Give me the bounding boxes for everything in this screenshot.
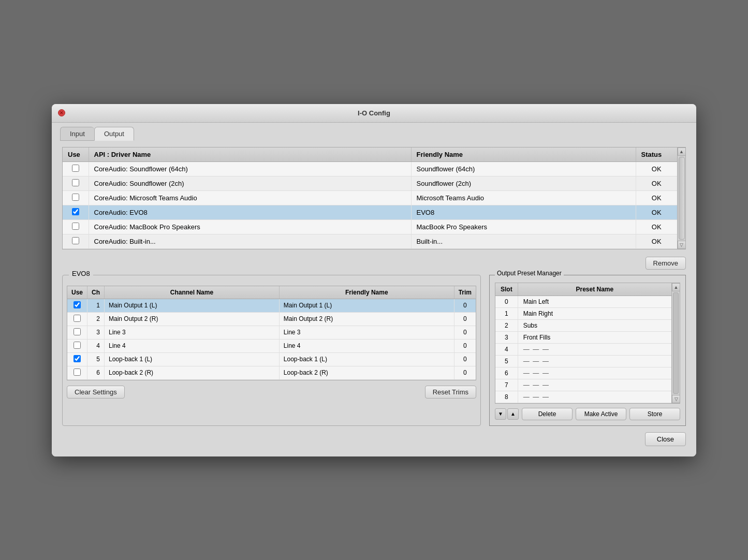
device-scrollbar[interactable]: ▲ ▽ (677, 148, 685, 249)
main-window: ✕ I-O Config Input Output Use API : Driv… (52, 104, 696, 456)
ch-num-cell: 2 (87, 312, 105, 326)
preset-name-cell: — — — (518, 367, 671, 379)
scroll-thumb[interactable] (679, 157, 685, 240)
ch-use-cell[interactable] (67, 326, 87, 339)
preset-table-row[interactable]: 5 — — — (495, 355, 671, 367)
preset-table-wrapper: Slot Preset Name 0 Main Left 1 Main Righ… (495, 283, 680, 404)
tab-input[interactable]: Input (60, 127, 94, 141)
preset-col-name: Preset Name (518, 283, 671, 296)
device-use-cell[interactable] (63, 219, 89, 234)
reset-trims-button[interactable]: Reset Trims (425, 386, 476, 399)
store-button[interactable]: Store (629, 408, 680, 420)
tab-output[interactable]: Output (94, 127, 134, 141)
ch-use-cell[interactable] (67, 366, 87, 379)
preset-name-cell: — — — (518, 343, 671, 355)
device-checkbox[interactable] (72, 165, 79, 172)
ch-friendly-cell: Main Output 1 (L) (279, 299, 454, 312)
channel-table-row[interactable]: 1 Main Output 1 (L) Main Output 1 (L) 0 (67, 299, 476, 312)
ch-checkbox[interactable] (74, 301, 81, 308)
preset-footer: ▼ ▲ Delete Make Active Store (495, 408, 680, 420)
ch-use-cell[interactable] (67, 352, 87, 366)
preset-slot-cell: 6 (495, 367, 518, 379)
ch-trim-cell: 0 (454, 366, 476, 379)
ch-friendly-cell: Main Output 2 (R) (279, 312, 454, 326)
device-checkbox[interactable] (72, 179, 79, 186)
preset-scroll-down[interactable]: ▽ (672, 395, 680, 403)
device-driver-cell: CoreAudio: MacBook Pro Speakers (89, 219, 411, 234)
ch-checkbox[interactable] (74, 328, 81, 335)
ch-name-cell: Line 4 (105, 339, 280, 352)
preset-table-row[interactable]: 2 Subs (495, 319, 671, 331)
device-checkbox[interactable] (72, 194, 79, 201)
device-table-row[interactable]: CoreAudio: Microsoft Teams Audio Microso… (63, 190, 677, 205)
ch-use-cell[interactable] (67, 312, 87, 326)
preset-name-cell: — — — (518, 391, 671, 403)
preset-scroll-thumb[interactable] (673, 292, 679, 394)
main-content: Use API : Driver Name Friendly Name Stat… (52, 141, 696, 456)
device-table-row[interactable]: CoreAudio: Built-in... Built-in... OK (63, 234, 677, 248)
preset-up-arrow[interactable]: ▲ (507, 408, 519, 420)
preset-table-row[interactable]: 0 Main Left (495, 296, 671, 307)
scroll-up-arrow[interactable]: ▲ (678, 148, 686, 156)
preset-name-cell: — — — (518, 379, 671, 391)
col-header-friendly: Friendly Name (411, 148, 636, 162)
remove-row: Remove (62, 257, 686, 270)
preset-table-row[interactable]: 8 — — — (495, 391, 671, 403)
preset-down-arrow[interactable]: ▼ (495, 408, 506, 420)
preset-scroll-up[interactable]: ▲ (672, 283, 680, 291)
remove-button[interactable]: Remove (646, 257, 686, 270)
ch-checkbox[interactable] (74, 369, 81, 376)
preset-table-row[interactable]: 3 Front Fills (495, 331, 671, 343)
ch-num-cell: 3 (87, 326, 105, 339)
clear-settings-button[interactable]: Clear Settings (67, 386, 125, 399)
preset-table-row[interactable]: 6 — — — (495, 367, 671, 379)
preset-table-row[interactable]: 4 — — — (495, 343, 671, 355)
device-driver-cell: CoreAudio: Soundflower (2ch) (89, 176, 411, 190)
channel-table-row[interactable]: 5 Loop-back 1 (L) Loop-back 1 (L) 0 (67, 352, 476, 366)
device-driver-cell: CoreAudio: Microsoft Teams Audio (89, 190, 411, 205)
ch-use-cell[interactable] (67, 339, 87, 352)
ch-name-cell: Main Output 1 (L) (105, 299, 280, 312)
preset-arrows: ▼ ▲ (495, 408, 519, 420)
close-row: Close (62, 432, 686, 446)
channel-table-row[interactable]: 2 Main Output 2 (R) Main Output 2 (R) 0 (67, 312, 476, 326)
device-table-row[interactable]: CoreAudio: MacBook Pro Speakers MacBook … (63, 219, 677, 234)
ch-use-cell[interactable] (67, 299, 87, 312)
ch-col-friendly: Friendly Name (279, 286, 454, 299)
close-main-button[interactable]: Close (645, 432, 686, 446)
device-table-row[interactable]: CoreAudio: Soundflower (64ch) Soundflowe… (63, 161, 677, 176)
delete-button[interactable]: Delete (522, 408, 573, 420)
device-checkbox[interactable] (72, 223, 79, 230)
ch-num-cell: 6 (87, 366, 105, 379)
device-use-cell[interactable] (63, 205, 89, 219)
device-friendly-cell: EVO8 (411, 205, 636, 219)
preset-name-cell: Main Right (518, 307, 671, 319)
preset-table-row[interactable]: 1 Main Right (495, 307, 671, 319)
device-table-row[interactable]: CoreAudio: EVO8 EVO8 OK (63, 205, 677, 219)
bottom-section: EVO8 Use Ch Channel Name Friendly Name T… (62, 275, 686, 426)
channel-table-wrapper: Use Ch Channel Name Friendly Name Trim 1 (67, 286, 476, 380)
device-use-cell[interactable] (63, 161, 89, 176)
preset-name-cell: — — — (518, 355, 671, 367)
close-button[interactable]: ✕ (58, 109, 65, 116)
device-checkbox[interactable] (72, 237, 79, 244)
device-checkbox[interactable] (72, 208, 79, 215)
device-use-cell[interactable] (63, 234, 89, 248)
device-use-cell[interactable] (63, 176, 89, 190)
ch-checkbox[interactable] (74, 355, 81, 362)
channel-table-row[interactable]: 6 Loop-back 2 (R) Loop-back 2 (R) 0 (67, 366, 476, 379)
preset-name-cell: Front Fills (518, 331, 671, 343)
ch-checkbox[interactable] (74, 342, 81, 349)
device-table: Use API : Driver Name Friendly Name Stat… (63, 148, 677, 249)
channel-table-row[interactable]: 4 Line 4 Line 4 0 (67, 339, 476, 352)
device-table-row[interactable]: CoreAudio: Soundflower (2ch) Soundflower… (63, 176, 677, 190)
channel-table-row[interactable]: 3 Line 3 Line 3 0 (67, 326, 476, 339)
preset-scrollbar[interactable]: ▲ ▽ (671, 283, 680, 403)
scroll-down-arrow[interactable]: ▽ (678, 241, 686, 249)
device-status-cell: OK (636, 161, 677, 176)
ch-checkbox[interactable] (74, 315, 81, 322)
make-active-button[interactable]: Make Active (576, 408, 626, 420)
device-use-cell[interactable] (63, 190, 89, 205)
preset-table-row[interactable]: 7 — — — (495, 379, 671, 391)
ch-name-cell: Main Output 2 (R) (105, 312, 280, 326)
